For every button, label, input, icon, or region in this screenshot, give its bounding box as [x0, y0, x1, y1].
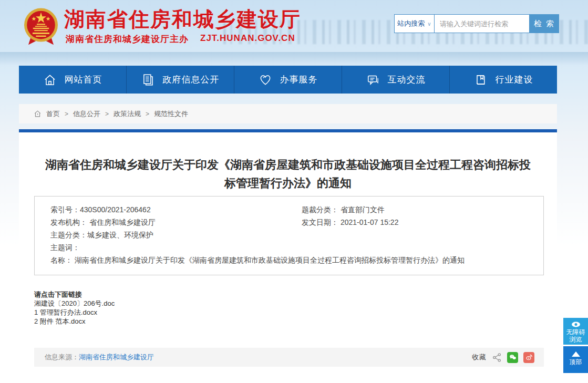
article-title: 湖南省住房和城乡建设厅关于印发《湖南省房屋建筑和市政基础设施项目全过程工程咨询招…: [43, 156, 533, 192]
accessibility-label-line2: 浏览: [563, 336, 588, 343]
meta-date-label: 发文日期：: [302, 218, 338, 226]
meta-name-value: 湖南省住房和城乡建设厅关于印发《湖南省房屋建筑和市政基础设施项目全过程工程咨询招…: [75, 256, 465, 264]
search-scope-label: 站内搜索: [397, 19, 425, 28]
meta-index-value: 430S00/2021-206462: [80, 205, 151, 214]
meta-genre-label: 题裁分类：: [302, 205, 338, 214]
favorite-button[interactable]: 收藏: [472, 353, 487, 362]
national-emblem-logo[interactable]: [20, 4, 62, 49]
site-header: 湖南省住房和城乡建设厅 湖南省住房和城乡建设厅主办 ZJT.HUNAN.GOV.…: [0, 0, 588, 66]
breadcrumb-item-home[interactable]: 首页: [46, 109, 60, 119]
wechat-share-icon[interactable]: [507, 352, 518, 363]
meta-genre-value: 省直部门文件: [341, 205, 385, 214]
share-icon[interactable]: [492, 353, 502, 363]
nav-item-gov-info[interactable]: 政府信息公开: [127, 66, 234, 94]
meta-org-label: 发布机构：: [50, 218, 87, 226]
search-input[interactable]: [435, 14, 530, 33]
main-nav: 网站首页 政府信息公开 办事服务 互动交流 行业建设: [19, 66, 557, 94]
nav-item-services[interactable]: 办事服务: [234, 66, 342, 94]
site-search: 站内搜索 ∨ 检 索: [394, 14, 559, 33]
meta-date-value: 2021-01-07 15:22: [341, 218, 399, 226]
links-intro: 请点击下面链接: [34, 290, 115, 299]
source-link[interactable]: 湖南省住房和城乡建设厅: [79, 353, 154, 361]
source-bar: 信息来源：湖南省住房和城乡建设厅 收藏: [34, 348, 544, 367]
accessibility-label-line1: 无障碍: [563, 328, 588, 336]
search-button[interactable]: 检 索: [530, 14, 559, 33]
nav-label: 政府信息公开: [163, 74, 220, 86]
meta-row: 名称： 湖南省住房和城乡建设厅关于印发《湖南省房屋建筑和市政基础设施项目全过程工…: [50, 254, 533, 266]
eye-icon: [571, 321, 581, 328]
breadcrumb-separator: >: [105, 110, 109, 118]
breadcrumb-separator: >: [146, 110, 149, 118]
meta-row: 主题词：: [50, 241, 533, 254]
chevron-down-icon: ∨: [427, 21, 431, 27]
triangle-up-icon: [572, 351, 580, 357]
meta-org-value: 省住房和城乡建设厅: [89, 218, 156, 226]
accessibility-button[interactable]: 无障碍 浏览: [563, 318, 588, 345]
heart-icon: [259, 73, 272, 87]
river-decor: [0, 52, 588, 66]
attachment-link-doc[interactable]: 湘建设〔2020〕206号.doc: [34, 299, 115, 308]
home-icon: [34, 110, 42, 118]
breadcrumb-item-normative-docs[interactable]: 规范性文件: [154, 109, 188, 119]
breadcrumb-item-info[interactable]: 信息公开: [73, 109, 100, 119]
meta-topic-value: 城乡建设、环境保护: [87, 231, 153, 239]
attachment-link-measures[interactable]: 1 管理暂行办法.docx: [34, 308, 115, 317]
chat-icon: [366, 73, 380, 87]
attachment-link-template[interactable]: 2 附件 范本.docx: [34, 317, 115, 326]
nav-item-industry[interactable]: 行业建设: [450, 66, 557, 94]
meta-topic-label: 主题分类：: [50, 231, 87, 239]
site-subtitle-org: 湖南省住房和城乡建设厅主办: [66, 33, 189, 45]
nav-label: 网站首页: [65, 74, 102, 86]
nav-item-interaction[interactable]: 互动交流: [342, 66, 450, 94]
attachment-links: 请点击下面链接 湘建设〔2020〕206号.doc 1 管理暂行办法.docx …: [34, 290, 115, 326]
nav-label: 行业建设: [496, 74, 533, 86]
article-meta-box: 索引号：430S00/2021-206462 题裁分类： 省直部门文件 发布机构…: [34, 196, 544, 275]
breadcrumb: 首页 > 信息公开 > 政策法规 > 规范性文件: [19, 104, 557, 123]
article-card: 湖南省住房和城乡建设厅关于印发《湖南省房屋建筑和市政基础设施项目全过程工程咨询招…: [19, 132, 557, 383]
weibo-share-icon[interactable]: [523, 352, 534, 363]
nav-label: 互动交流: [388, 74, 426, 86]
document-icon: [141, 73, 155, 87]
meta-row: 主题分类：城乡建设、环境保护: [50, 229, 533, 241]
search-scope-dropdown[interactable]: 站内搜索 ∨: [394, 14, 435, 33]
meta-keyword-label: 主题词：: [50, 243, 80, 252]
meta-row: 索引号：430S00/2021-206462 题裁分类： 省直部门文件: [50, 203, 533, 216]
breadcrumb-item-policy[interactable]: 政策法规: [114, 109, 141, 119]
nav-label: 办事服务: [280, 74, 318, 86]
home-icon: [43, 73, 57, 87]
site-subtitle: 湖南省住房和城乡建设厅主办 ZJT.HUNAN.GOV.CN: [66, 33, 295, 45]
breadcrumb-separator: >: [65, 110, 68, 118]
site-subtitle-url: ZJT.HUNAN.GOV.CN: [200, 33, 295, 45]
meta-name-label: 名称：: [50, 256, 73, 264]
meta-row: 发布机构： 省住房和城乡建设厅 发文日期： 2021-01-07 15:22: [50, 216, 533, 229]
book-icon: [474, 73, 488, 87]
back-to-top-button[interactable]: 顶部: [563, 346, 588, 373]
source-label: 信息来源：: [45, 353, 79, 361]
site-title: 湖南省住房和城乡建设厅: [64, 5, 301, 34]
back-to-top-label: 顶部: [563, 358, 588, 366]
meta-index-label: 索引号：: [50, 205, 80, 214]
nav-item-home[interactable]: 网站首页: [19, 66, 127, 94]
share-cluster: 收藏: [472, 352, 534, 363]
